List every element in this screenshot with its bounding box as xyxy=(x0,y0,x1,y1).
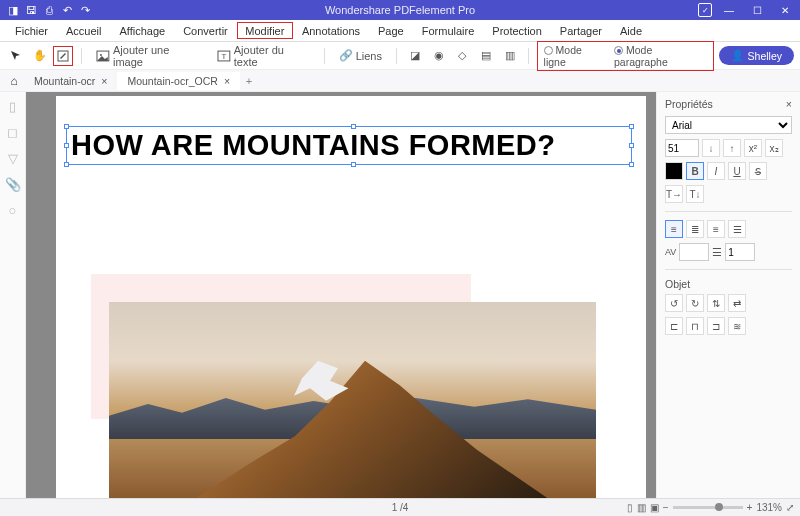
close-tab-icon[interactable]: × xyxy=(224,75,230,87)
menu-modifier[interactable]: Modifier xyxy=(237,22,293,39)
menu-convertir[interactable]: Convertir xyxy=(174,22,237,40)
hand-tool-icon[interactable]: ✋ xyxy=(30,46,50,66)
links-button[interactable]: 🔗 Liens xyxy=(333,49,388,62)
thumbnails-icon[interactable]: ▯ xyxy=(5,98,21,114)
background-icon[interactable]: ◇ xyxy=(452,46,472,66)
align-obj-right-icon[interactable]: ⊐ xyxy=(707,317,725,335)
page: HOW ARE MOUNTAINS FORMED? xyxy=(56,96,646,498)
italic-icon[interactable]: I xyxy=(707,162,725,180)
bookmarks-icon[interactable]: ◻ xyxy=(5,124,21,140)
close-panel-icon[interactable]: × xyxy=(786,98,792,110)
edit-tool-icon[interactable] xyxy=(53,46,73,66)
window-controls: ✓ — ☐ ✕ xyxy=(698,1,800,19)
undo-icon[interactable]: ↶ xyxy=(58,1,76,19)
zoom-in-icon[interactable]: + xyxy=(747,502,753,513)
menu-page[interactable]: Page xyxy=(369,22,413,40)
zoom-slider[interactable] xyxy=(673,506,743,509)
zoom-value[interactable]: 131% xyxy=(756,502,782,513)
align-right-icon[interactable]: ≡ xyxy=(707,220,725,238)
line-height-input[interactable] xyxy=(725,243,755,261)
menu-partager[interactable]: Partager xyxy=(551,22,611,40)
save-icon[interactable]: 🖫 xyxy=(22,1,40,19)
home-tab-icon[interactable]: ⌂ xyxy=(4,74,24,88)
selection-handle[interactable] xyxy=(64,124,69,129)
document-tab-bar: ⌂ Mountain-ocr× Mountain-ocr_OCR× + xyxy=(0,70,800,92)
menu-accueil[interactable]: Accueil xyxy=(57,22,110,40)
align-obj-left-icon[interactable]: ⊏ xyxy=(665,317,683,335)
selected-text-box[interactable]: HOW ARE MOUNTAINS FORMED? xyxy=(66,126,632,165)
flip-vertical-icon[interactable]: ⇅ xyxy=(707,294,725,312)
menu-protection[interactable]: Protection xyxy=(483,22,551,40)
titlebar-left-icons: ◨ 🖫 ⎙ ↶ ↷ xyxy=(0,1,94,19)
page-indicator[interactable]: 1 /4 xyxy=(392,502,409,513)
menu-aide[interactable]: Aide xyxy=(611,22,651,40)
selection-handle[interactable] xyxy=(64,143,69,148)
selection-handle[interactable] xyxy=(629,124,634,129)
menu-formulaire[interactable]: Formulaire xyxy=(413,22,484,40)
selection-handle[interactable] xyxy=(351,162,356,167)
new-tab-button[interactable]: + xyxy=(240,75,258,87)
bold-icon[interactable]: B xyxy=(686,162,704,180)
print-icon[interactable]: ⎙ xyxy=(40,1,58,19)
increase-size-icon[interactable]: ↑ xyxy=(723,139,741,157)
crop-icon[interactable]: ◪ xyxy=(405,46,425,66)
minimize-button[interactable]: — xyxy=(718,1,740,19)
menu-fichier[interactable]: Fichier xyxy=(6,22,57,40)
font-size-input[interactable] xyxy=(665,139,699,157)
selection-handle[interactable] xyxy=(64,162,69,167)
view-facing-icon[interactable]: ▣ xyxy=(650,502,659,513)
tab-1[interactable]: Mountain-ocr_OCR× xyxy=(117,72,240,90)
font-family-select[interactable]: Arial xyxy=(665,116,792,134)
ribbon-icon[interactable]: ▽ xyxy=(5,150,21,166)
watermark-icon[interactable]: ◉ xyxy=(429,46,449,66)
fit-page-icon[interactable]: ⤢ xyxy=(786,502,794,513)
flip-horizontal-icon[interactable]: ⇄ xyxy=(728,294,746,312)
select-tool-icon[interactable] xyxy=(6,46,26,66)
rotate-left-icon[interactable]: ↺ xyxy=(665,294,683,312)
char-spacing-input[interactable] xyxy=(679,243,709,261)
comments-icon[interactable]: ○ xyxy=(5,202,21,218)
main-area: ▯ ◻ ▽ 📎 ○ HOW ARE MOUNTAINS FORMED? Prop… xyxy=(0,92,800,498)
align-center-icon[interactable]: ≣ xyxy=(686,220,704,238)
zoom-out-icon[interactable]: − xyxy=(663,502,669,513)
add-image-label: Ajouter une image xyxy=(113,44,201,68)
close-tab-icon[interactable]: × xyxy=(101,75,107,87)
rotate-right-icon[interactable]: ↻ xyxy=(686,294,704,312)
add-image-button[interactable]: Ajouter une image xyxy=(90,44,207,68)
text-horizontal-icon[interactable]: T→ xyxy=(665,185,683,203)
strikethrough-icon[interactable]: S̶ xyxy=(749,162,767,180)
decrease-size-icon[interactable]: ↓ xyxy=(702,139,720,157)
redo-icon[interactable]: ↷ xyxy=(76,1,94,19)
maximize-button[interactable]: ☐ xyxy=(746,1,768,19)
document-canvas[interactable]: HOW ARE MOUNTAINS FORMED? xyxy=(26,92,656,498)
view-single-icon[interactable]: ▯ xyxy=(627,502,633,513)
user-account-button[interactable]: 👤 Shelley xyxy=(719,46,794,65)
app-logo-icon: ◨ xyxy=(4,1,22,19)
superscript-icon[interactable]: x² xyxy=(744,139,762,157)
mode-line-radio[interactable]: Mode ligne xyxy=(544,44,606,68)
selection-handle[interactable] xyxy=(351,124,356,129)
mode-paragraph-radio[interactable]: Mode paragraphe xyxy=(614,44,707,68)
bates-icon[interactable]: ▥ xyxy=(500,46,520,66)
font-color-swatch[interactable] xyxy=(665,162,683,180)
add-text-button[interactable]: T Ajouter du texte xyxy=(211,44,316,68)
distribute-icon[interactable]: ≋ xyxy=(728,317,746,335)
view-continuous-icon[interactable]: ▥ xyxy=(637,502,646,513)
menu-affichage[interactable]: Affichage xyxy=(110,22,174,40)
separator xyxy=(396,48,397,64)
attachments-icon[interactable]: 📎 xyxy=(5,176,21,192)
underline-icon[interactable]: U xyxy=(728,162,746,180)
tab-0[interactable]: Mountain-ocr× xyxy=(24,72,117,90)
menu-annotations[interactable]: Annotations xyxy=(293,22,369,40)
align-left-icon[interactable]: ≡ xyxy=(665,220,683,238)
close-button[interactable]: ✕ xyxy=(774,1,796,19)
notification-icon[interactable]: ✓ xyxy=(698,3,712,17)
selection-handle[interactable] xyxy=(629,143,634,148)
text-vertical-icon[interactable]: T↓ xyxy=(686,185,704,203)
align-justify-icon[interactable]: ☰ xyxy=(728,220,746,238)
subscript-icon[interactable]: x₂ xyxy=(765,139,783,157)
header-footer-icon[interactable]: ▤ xyxy=(476,46,496,66)
selection-handle[interactable] xyxy=(629,162,634,167)
align-obj-center-icon[interactable]: ⊓ xyxy=(686,317,704,335)
char-spacing-label: AV xyxy=(665,247,676,257)
